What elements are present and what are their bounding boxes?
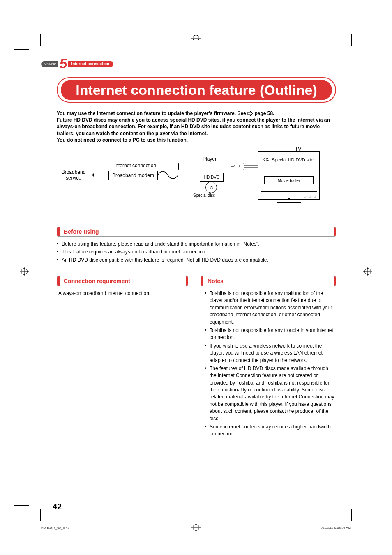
chapter-tab: Chapter 5 Internet connection (41, 60, 113, 69)
diagram-broadband-service-label: Broadband service (59, 169, 88, 181)
crop-mark (40, 34, 41, 46)
footer-timestamp: 06.12.15 0:08:52 AM (321, 526, 351, 530)
diagram-modem-label: Broadband modem (112, 173, 154, 178)
page-title-banner: Internet connection feature (Outline) (57, 77, 336, 103)
chapter-word: Chapter (41, 61, 58, 67)
diagram-arrow-icon (90, 175, 107, 175)
registration-mark-icon (20, 267, 29, 276)
section-heading-label: Connection requirement (64, 278, 130, 284)
diagram-internet-connection-label: Internet connection (114, 163, 156, 168)
section-heading-label: Before using (64, 228, 99, 235)
list-item: Toshiba is not responsible for any troub… (205, 327, 336, 341)
section-heading-label: Notes (208, 278, 224, 284)
section-heading-notes: Notes (201, 276, 336, 286)
diagram-hddvd-box: HD DVD (200, 173, 224, 182)
diagram-ex-label: ex. (263, 157, 270, 161)
page-ref-arrow-icon (247, 111, 253, 116)
diagram-player-icon (178, 163, 244, 170)
chapter-number: 5 (59, 59, 67, 67)
list-item: Some internet contents may require a hig… (205, 424, 336, 438)
section-heading-connection-requirement: Connection requirement (57, 276, 188, 286)
crop-mark (14, 49, 29, 50)
crop-mark (40, 509, 41, 521)
crop-mark (33, 30, 33, 46)
list-item: If you wish to use a wireless network to… (205, 343, 336, 364)
crop-mark (344, 34, 344, 46)
intro-line1b: page 58. (254, 111, 274, 116)
registration-mark-icon (191, 523, 201, 532)
list-item: This feature requires an always-on broad… (57, 249, 336, 256)
notes-list: Toshiba is not responsible for any malfu… (205, 290, 336, 439)
list-item: Before using this feature, please read a… (57, 241, 336, 248)
intro-line1a: You may use the internet connection feat… (57, 111, 247, 116)
diagram-disc-icon (205, 182, 217, 193)
registration-mark-icon (363, 267, 372, 276)
intro-line3: You do not need to connect to a PC to us… (57, 137, 188, 143)
chapter-name: Internet connection (68, 61, 113, 67)
connection-diagram: Broadband service Internet connection Br… (57, 148, 336, 205)
list-item: The features of HD DVD discs made availa… (205, 365, 336, 422)
section-heading-before-using: Before using (57, 227, 336, 237)
registration-mark-icon (191, 34, 201, 43)
crop-mark (351, 509, 352, 521)
diagram-tv-buttons-icon: ▢ ▢ ▢ (304, 195, 317, 198)
crop-mark (344, 509, 344, 521)
before-using-list: Before using this feature, please read a… (57, 241, 336, 265)
diagram-tv-stand-icon (277, 200, 301, 203)
list-item: Toshiba is not responsible for any malfu… (205, 290, 336, 326)
connection-requirement-text: Always-on broadband internet connection. (58, 290, 186, 296)
footer-file-ref: HD-E1KY_05_E 42 (41, 526, 69, 530)
diagram-movie-trailer-box: Movie trailer (264, 176, 314, 184)
diagram-movie-trailer-label: Movie trailer (278, 178, 300, 183)
diagram-hddvd-label: HD DVD (204, 175, 219, 180)
intro-paragraph: You may use the internet connection feat… (57, 110, 336, 143)
page-number: 42 (53, 502, 62, 511)
crop-mark (351, 34, 352, 46)
crop-mark (14, 505, 29, 506)
diagram-tv-icon: ex. Special HD DVD site Movie trailer ▢ … (258, 151, 320, 200)
diagram-special-disc-label: Special disc (193, 193, 215, 198)
diagram-av-cable-icon (244, 163, 259, 169)
diagram-cable-icon (158, 168, 180, 181)
diagram-modem-box: Broadband modem (108, 171, 158, 180)
page-title: Internet connection feature (Outline) (76, 82, 317, 98)
list-item: An HD DVD disc compatible with this feat… (57, 257, 336, 264)
intro-line2: Future HD DVD discs may enable you to ac… (57, 117, 330, 136)
diagram-player-label: Player (203, 156, 217, 162)
diagram-special-site-label: Special HD DVD site (272, 157, 314, 163)
crop-mark (33, 509, 33, 525)
